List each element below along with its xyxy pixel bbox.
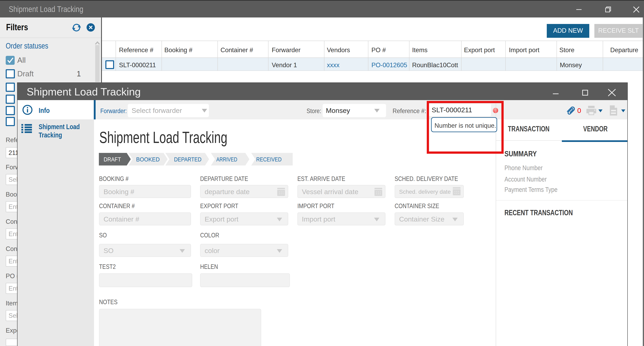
svg-text:BOOKED: BOOKED bbox=[136, 156, 160, 163]
svg-text:RECEIVED: RECEIVED bbox=[256, 156, 282, 163]
svg-text:DEPARTED: DEPARTED bbox=[174, 156, 202, 163]
svg-text:DRAFT: DRAFT bbox=[104, 156, 121, 163]
svg-text:ARRIVED: ARRIVED bbox=[216, 156, 238, 163]
